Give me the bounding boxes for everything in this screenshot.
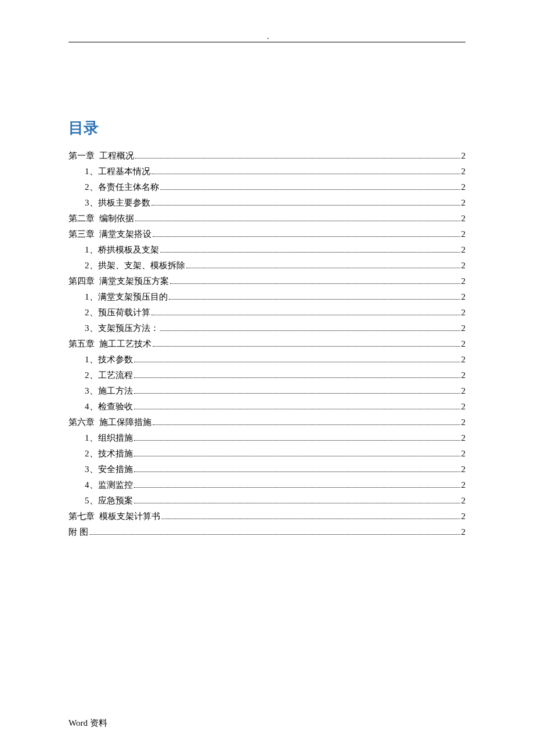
toc-entry[interactable]: 第四章满堂支架预压方案2 (68, 274, 466, 288)
toc-entry-page: 2 (461, 384, 466, 398)
toc-entry[interactable]: 第三章满堂支架搭设2 (68, 227, 466, 241)
toc-entry-leader (134, 404, 460, 410)
toc-entry-text: 预压荷载计算 (98, 305, 150, 319)
toc-entry[interactable]: 1、工程基本情况2 (68, 164, 466, 178)
toc-entry-text: 技术参数 (98, 352, 133, 366)
toc-entry[interactable]: 2、各责任主体名称2 (68, 180, 466, 194)
toc-entry-page: 2 (461, 290, 466, 304)
toc-entry-page: 2 (461, 494, 466, 507)
toc-entry-label: 第四章 (68, 274, 95, 288)
toc-entry-page: 2 (461, 478, 466, 492)
toc-entry-leader (134, 435, 460, 441)
toc-entry[interactable]: 2、拱架、支架、模板拆除2 (68, 258, 466, 272)
toc-entry-text: 检查验收 (98, 399, 133, 413)
toc-entry-leader (134, 466, 460, 473)
toc-entry-page: 2 (461, 368, 466, 382)
toc-entry[interactable]: 第七章模板支架计算书2 (68, 509, 466, 523)
toc-entry-leader (170, 278, 460, 285)
toc-entry-label: 1、 (85, 164, 98, 178)
toc-entry-label: 第六章 (68, 415, 95, 429)
toc-entry-page: 2 (461, 399, 466, 413)
toc-entry-text: 编制依据 (99, 211, 134, 225)
toc-entry-leader (161, 513, 460, 520)
toc-entry-page: 2 (461, 164, 466, 178)
toc-entry-text: 满堂支架预压方案 (99, 274, 169, 288)
toc-entry[interactable]: 2、工艺流程2 (68, 368, 466, 382)
toc-entry-page: 2 (461, 447, 466, 460)
toc-entry[interactable]: 附 图2 (68, 525, 466, 539)
toc-entry-label: 5、 (85, 494, 98, 507)
toc-entry-page: 2 (461, 305, 466, 319)
toc-entry[interactable]: 1、组织措施2 (68, 431, 466, 445)
toc-entry-page: 2 (461, 352, 466, 366)
toc-entry[interactable]: 1、桥拱模板及支架2 (68, 243, 466, 257)
toc-entry-label: 1、 (85, 243, 98, 257)
toc-entry-label: 1、 (85, 431, 98, 445)
toc-entry-text: 拱板主要参数 (98, 196, 150, 210)
table-of-contents: 第一章工程概况21、工程基本情况22、各责任主体名称23、拱板主要参数2第二章编… (68, 149, 466, 539)
toc-entry[interactable]: 第五章施工工艺技术2 (68, 337, 466, 351)
toc-entry-leader (135, 153, 460, 159)
toc-entry-label: 4、 (85, 478, 98, 492)
toc-entry[interactable]: 2、预压荷载计算2 (68, 305, 466, 319)
toc-entry-leader (153, 419, 460, 426)
toc-entry-leader (135, 215, 460, 222)
toc-entry-page: 2 (461, 180, 466, 194)
toc-entry-leader (160, 325, 460, 332)
toc-entry[interactable]: 3、支架预压方法：2 (68, 321, 466, 335)
toc-entry-text: 工程概况 (99, 149, 134, 163)
toc-entry-label: 附 图 (68, 525, 88, 539)
toc-entry-label: 2、 (85, 447, 98, 460)
toc-entry[interactable]: 3、施工方法2 (68, 384, 466, 398)
toc-entry-page: 2 (461, 415, 466, 429)
toc-entry-text: 满堂支架预压目的 (98, 290, 168, 304)
toc-entry-label: 3、 (85, 462, 98, 476)
toc-entry[interactable]: 第一章工程概况2 (68, 149, 466, 163)
toc-entry-label: 第一章 (68, 149, 95, 163)
toc-entry-text: 技术措施 (98, 447, 133, 460)
toc-entry-page: 2 (461, 196, 466, 210)
header-rule (68, 42, 466, 42)
toc-entry[interactable]: 4、检查验收2 (68, 399, 466, 413)
toc-entry-text: 应急预案 (98, 494, 133, 507)
toc-entry-text: 满堂支架搭设 (99, 227, 151, 241)
toc-entry-text: 施工方法 (98, 384, 133, 398)
toc-entry-leader (151, 168, 460, 175)
toc-entry-leader (151, 309, 460, 316)
toc-entry[interactable]: 5、应急预案2 (68, 494, 466, 507)
toc-entry-leader (153, 341, 460, 347)
toc-entry-page: 2 (461, 509, 466, 523)
toc-entry-leader (134, 357, 460, 363)
footer-text: Word 资料 (68, 718, 107, 729)
toc-entry-page: 2 (461, 274, 466, 288)
toc-entry-leader (160, 184, 460, 190)
toc-entry-label: 3、 (85, 384, 98, 398)
toc-entry-label: 第三章 (68, 227, 95, 241)
toc-entry-leader (134, 388, 460, 394)
toc-entry-leader (134, 372, 460, 379)
toc-entry-text: 监测监控 (98, 478, 133, 492)
toc-entry-text: 施工保障措施 (99, 415, 151, 429)
toc-entry-page: 2 (461, 243, 466, 257)
toc-entry-label: 第五章 (68, 337, 95, 351)
toc-entry[interactable]: 3、安全措施2 (68, 462, 466, 476)
toc-entry[interactable]: 1、满堂支架预压目的2 (68, 290, 466, 304)
toc-entry[interactable]: 4、监测监控2 (68, 478, 466, 492)
toc-entry-page: 2 (461, 211, 466, 225)
toc-entry-page: 2 (461, 462, 466, 476)
toc-entry-leader (169, 294, 460, 300)
toc-entry-text: 模板支架计算书 (99, 509, 160, 523)
toc-entry[interactable]: 第二章编制依据2 (68, 211, 466, 225)
toc-entry[interactable]: 3、拱板主要参数2 (68, 196, 466, 210)
toc-entry-text: 工程基本情况 (98, 164, 150, 178)
toc-entry-label: 第七章 (68, 509, 95, 523)
toc-entry-leader (134, 498, 460, 504)
toc-entry-leader (151, 200, 460, 206)
toc-entry-label: 3、 (85, 321, 98, 335)
toc-entry[interactable]: 第六章施工保障措施2 (68, 415, 466, 429)
toc-entry-text: 拱架、支架、模板拆除 (98, 258, 185, 272)
toc-entry-label: 1、 (85, 290, 98, 304)
toc-entry[interactable]: 2、技术措施2 (68, 447, 466, 460)
toc-entry[interactable]: 1、技术参数2 (68, 352, 466, 366)
toc-entry-label: 2、 (85, 258, 98, 272)
